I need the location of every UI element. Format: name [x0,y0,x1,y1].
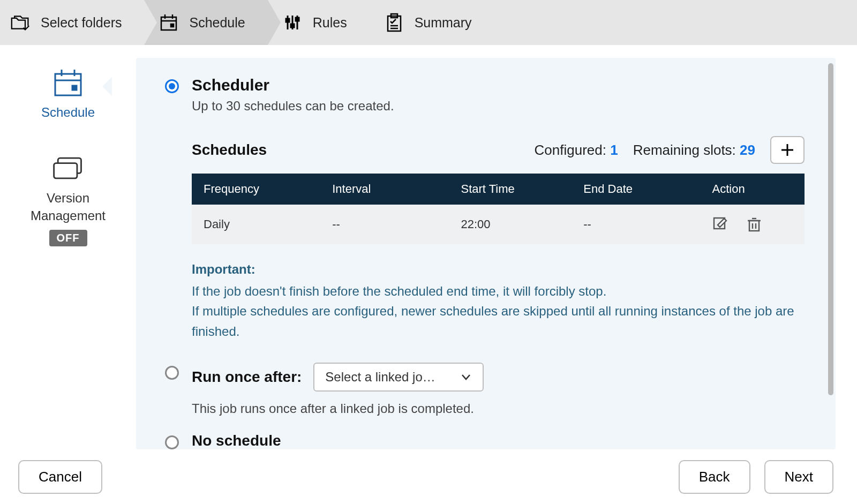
radio-scheduler[interactable] [165,79,179,93]
wizard-steps-bar: Select folders Schedule Rules [0,0,857,45]
svg-rect-8 [291,24,294,27]
col-end-date: End Date [572,174,700,205]
wizard-step-schedule[interactable]: Schedule [144,0,267,45]
calendar-icon [51,67,85,97]
svg-rect-19 [72,86,77,90]
col-frequency: Frequency [192,174,320,205]
col-interval: Interval [320,174,449,205]
cell-end-date: -- [572,205,700,244]
edit-icon[interactable] [712,216,728,232]
status-badge-off: OFF [49,230,87,246]
svg-rect-4 [171,24,174,27]
option-no-schedule: No schedule [165,432,805,449]
wizard-step-label: Schedule [189,15,245,31]
svg-rect-10 [296,18,299,21]
select-placeholder: Select a linked jo… [325,370,435,385]
col-start-time: Start Time [449,174,572,205]
radio-no-schedule[interactable] [165,435,179,449]
cell-frequency: Daily [192,205,320,244]
back-button[interactable]: Back [679,460,750,494]
wizard-step-label: Select folders [41,15,122,31]
inner-sidebar: Schedule Version Management OFF [0,45,136,449]
configured-count: Configured: 1 [535,142,618,159]
chevron-down-icon [460,371,472,383]
option-run-once-after: Run once after: Select a linked jo… This… [165,363,805,416]
wizard-step-label: Summary [415,15,472,31]
stacked-windows-icon [51,153,85,183]
trash-icon[interactable] [747,216,763,232]
footer-bar: Cancel Back Next [0,449,857,504]
option-title: No schedule [192,432,805,449]
calendar-icon [159,13,178,32]
plus-icon [780,143,794,157]
add-schedule-button[interactable] [770,136,805,164]
col-action: Action [701,174,805,205]
option-title: Scheduler [192,76,805,94]
remaining-slots: Remaining slots: 29 [633,142,755,159]
folders-icon [11,13,30,32]
option-subtitle: This job runs once after a linked job is… [192,401,805,416]
cell-start-time: 22:00 [449,205,572,244]
next-button[interactable]: Next [764,460,833,494]
svg-rect-21 [54,163,77,178]
wizard-step-summary[interactable]: Summary [370,0,494,45]
table-row: Daily -- 22:00 -- [192,205,805,244]
svg-rect-6 [286,19,289,22]
wizard-step-rules[interactable]: Rules [268,0,370,45]
sidebar-item-label: Schedule [41,104,95,121]
important-note: Important: If the job doesn't finish bef… [192,259,805,341]
radio-run-once-after[interactable] [165,366,179,380]
schedules-heading: Schedules [192,141,267,159]
svg-rect-15 [55,74,81,95]
clipboard-check-icon [385,13,404,32]
wizard-step-label: Rules [313,15,347,31]
option-scheduler: Scheduler Up to 30 schedules can be crea… [165,76,805,341]
linked-job-select[interactable]: Select a linked jo… [313,363,484,392]
sidebar-item-schedule[interactable]: Schedule [41,67,95,121]
svg-rect-25 [749,221,759,231]
sidebar-item-label: Version Management [31,190,106,224]
sidebar-item-version-management[interactable]: Version Management OFF [31,153,106,246]
sliders-icon [283,13,302,32]
option-subtitle: Up to 30 schedules can be created. [192,99,805,114]
schedules-table: Frequency Interval Start Time End Date A… [192,174,805,244]
cell-interval: -- [320,205,449,244]
wizard-step-select-folders[interactable]: Select folders [0,0,144,45]
option-title: Run once after: [192,368,302,386]
cancel-button[interactable]: Cancel [18,460,102,494]
main-panel: Scheduler Up to 30 schedules can be crea… [136,58,836,449]
